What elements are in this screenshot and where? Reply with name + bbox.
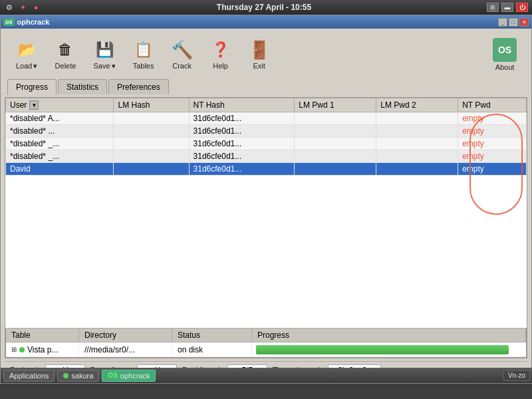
col-header-ntpwd: NT Pwd (458, 98, 527, 112)
about-label: About (495, 63, 515, 71)
window-controls: _ □ ✕ (498, 18, 529, 27)
terminal-dot (63, 373, 68, 378)
load-label: Load ▾ (16, 62, 37, 70)
window-close-btn[interactable]: ✕ (519, 18, 529, 27)
cell-col-1 (114, 112, 189, 125)
taskbar-power-btn[interactable]: ⏻ (516, 3, 528, 12)
cell-col-2: 31d6cfe0d1... (189, 150, 295, 163)
table-cell-table: ⊞ Vista p... (6, 344, 79, 356)
help-icon: ❓ (210, 39, 231, 61)
help-button[interactable]: ❓ Help (204, 36, 237, 73)
users-table: User ▼ LM Hash NT Hash LM Pwd 1 LM Pwd 2… (5, 98, 527, 325)
taskbar-minimize-icon[interactable]: ▬ (501, 3, 513, 12)
col-header-user: User ▼ (6, 98, 114, 112)
table-row[interactable]: *disabled* ...31d6cfe0d1...empty (6, 125, 527, 138)
cell-col-3 (295, 150, 376, 163)
cell-col-1 (114, 163, 189, 176)
cell-col-4 (376, 138, 458, 150)
os-label: OS (108, 372, 117, 379)
load-arrow: ▾ (33, 62, 37, 70)
cell-col-3 (295, 163, 376, 176)
table-cell-directory: ///media/sr0/... (79, 344, 172, 356)
save-button[interactable]: 💾 Save ▾ (87, 36, 121, 74)
load-button[interactable]: 📂 Load ▾ (10, 36, 43, 74)
table-row[interactable]: David31d6cfe0d1...empty (6, 163, 527, 176)
crack-button[interactable]: 🔨 Crack (166, 36, 199, 73)
progress-bar (256, 345, 509, 354)
exit-button[interactable]: 🚪 Exit (243, 36, 276, 73)
table-row[interactable]: *disabled* _...31d6cfe0d1...empty (6, 138, 527, 150)
status-dot (19, 347, 25, 352)
cell-col-2: 31d6cfe0d1... (189, 163, 295, 176)
window-minimize-btn[interactable]: _ (498, 18, 507, 27)
cell-col-1 (114, 150, 189, 163)
nt-pwd-cell: empty (458, 163, 527, 176)
bottom-taskbar: Applications sakura OS ophcrack Vn-zo (1, 368, 532, 383)
tab-statistics[interactable]: Statistics (58, 79, 107, 94)
col-header-nthash: NT Hash (189, 98, 295, 112)
tab-preferences[interactable]: Preferences (108, 79, 169, 94)
taskbar-icon-2[interactable]: ✦ (17, 2, 28, 13)
col-status: Status (172, 329, 252, 342)
taskbar-left: ⚙ ✦ ● (4, 2, 41, 13)
delete-button[interactable]: 🗑 Delete (49, 36, 82, 73)
save-icon: 💾 (94, 39, 115, 61)
table-row[interactable]: *disabled* A...31d6cfe0d1...empty (6, 112, 527, 125)
col-table: Table (6, 329, 79, 342)
save-arrow: ▾ (112, 62, 116, 70)
col-header-lmpwd2: LM Pwd 2 (376, 98, 458, 112)
terminal-btn[interactable]: sakura (57, 370, 99, 382)
taskbar-datetime: Thursday 27 April - 10:55 (217, 3, 311, 12)
cell-col-2: 31d6cfe0d1... (189, 125, 295, 138)
cell-col-4 (376, 163, 458, 176)
table-row[interactable]: ⊞ Vista p... ///media/sr0/... on disk (6, 342, 526, 357)
terminal-label: sakura (71, 372, 93, 380)
cell-col-0: *disabled* _... (6, 150, 114, 163)
exit-icon: 🚪 (249, 39, 270, 61)
about-badge: OS (493, 38, 517, 62)
users-data-table: User ▼ LM Hash NT Hash LM Pwd 1 LM Pwd 2… (5, 98, 527, 176)
tables-button[interactable]: 📋 Tables (127, 36, 160, 73)
main-window: os ophcrack _ □ ✕ 📂 Load ▾ 🗑 Delete (0, 15, 532, 384)
ophcrack-btn[interactable]: OS ophcrack (102, 370, 156, 382)
cell-col-3 (295, 125, 376, 138)
crack-label: Crack (172, 62, 192, 70)
col-directory: Directory (79, 329, 172, 342)
nt-pwd-cell: empty (458, 150, 527, 163)
table-row[interactable]: *disabled* _...31d6cfe0d1...empty (6, 150, 527, 163)
tab-progress[interactable]: Progress (7, 79, 57, 95)
cell-col-0: *disabled* A... (6, 112, 114, 125)
rainbow-tables-panel: Table Directory Status Progress ⊞ Vista … (5, 328, 527, 358)
cell-col-2: 31d6cfe0d1... (189, 112, 295, 125)
expand-icon[interactable]: ⊞ (11, 346, 17, 353)
cell-col-2: 31d6cfe0d1... (189, 138, 295, 150)
cell-col-1 (114, 138, 189, 150)
cell-col-0: *disabled* ... (6, 125, 114, 138)
window-title-left: os ophcrack (3, 18, 49, 26)
cell-col-3 (295, 112, 376, 125)
top-taskbar: ⚙ ✦ ● Thursday 27 April - 10:55 ⊞ ▬ ⏻ (0, 0, 532, 15)
taskbar-icon-3[interactable]: ● (31, 2, 41, 13)
nt-pwd-cell: empty (458, 125, 527, 138)
col-progress: Progress (252, 329, 526, 342)
cell-col-1 (114, 125, 189, 138)
app-content: 📂 Load ▾ 🗑 Delete 💾 Save ▾ 📋 Tables (1, 29, 531, 383)
rainbow-table-rows: ⊞ Vista p... ///media/sr0/... on disk (6, 342, 526, 357)
load-icon: 📂 (16, 39, 37, 61)
window-maximize-btn[interactable]: □ (509, 18, 518, 27)
taskbar-network-icon[interactable]: ⊞ (487, 3, 499, 12)
ophcrack-label: ophcrack (120, 372, 150, 380)
window-title: ophcrack (17, 18, 50, 26)
applications-label: Applications (9, 372, 49, 380)
cell-col-0: David (6, 163, 114, 176)
col-header-lmhash: LM Hash (114, 98, 189, 112)
table-cell-progress (252, 343, 526, 356)
tables-label: Tables (133, 62, 154, 70)
cell-col-4 (376, 150, 458, 163)
taskbar-icon-1[interactable]: ⚙ (4, 2, 15, 13)
applications-menu-btn[interactable]: Applications (3, 370, 55, 382)
table-name: Vista p... (27, 345, 58, 354)
user-filter-icon[interactable]: ▼ (29, 100, 39, 110)
about-button[interactable]: OS About (487, 35, 522, 74)
vn-zo-btn[interactable]: Vn-zo (503, 370, 530, 381)
